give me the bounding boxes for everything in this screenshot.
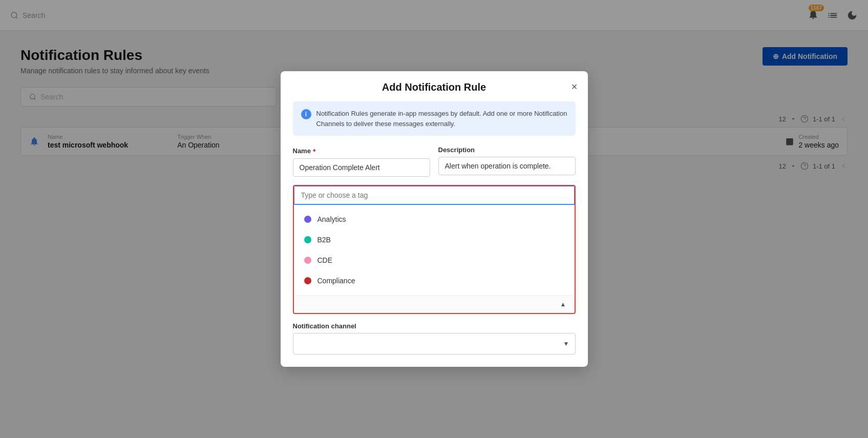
- tag-label: Analytics: [317, 215, 346, 223]
- name-group: Name •: [293, 146, 430, 177]
- tag-footer-collapse-icon[interactable]: ▲: [560, 301, 566, 308]
- channel-label: Notification channel: [293, 322, 576, 330]
- tag-list: AnalyticsB2BCDECompliance: [294, 205, 575, 295]
- tag-label: B2B: [317, 236, 331, 244]
- modal-body: i Notification Rules generate in-app mes…: [281, 93, 588, 367]
- add-notification-modal: Add Notification Rule × i Notification R…: [281, 71, 588, 367]
- tag-dropdown-container: AnalyticsB2BCDECompliance ▲: [293, 185, 576, 314]
- tag-item[interactable]: CDE: [294, 250, 575, 270]
- description-label-text: Description: [438, 146, 576, 154]
- description-group: Description: [438, 146, 576, 177]
- tag-item[interactable]: Compliance: [294, 270, 575, 291]
- modal-overlay: Add Notification Rule × i Notification R…: [0, 0, 868, 438]
- required-indicator: •: [313, 146, 316, 155]
- tag-label: Compliance: [317, 277, 355, 285]
- name-description-row: Name • Description: [293, 146, 576, 177]
- modal-close-button[interactable]: ×: [571, 81, 578, 92]
- tag-item[interactable]: B2B: [294, 230, 575, 250]
- tag-label: CDE: [317, 256, 333, 264]
- modal-title: Add Notification Rule: [382, 81, 486, 93]
- channel-select[interactable]: [293, 333, 576, 354]
- tag-color-dot: [304, 277, 311, 284]
- tag-color-dot: [304, 257, 311, 264]
- info-banner: i Notification Rules generate in-app mes…: [293, 101, 576, 136]
- name-input[interactable]: [293, 158, 430, 177]
- info-text: Notification Rules generate in-app messa…: [316, 109, 567, 129]
- name-label: Name •: [293, 146, 430, 155]
- background-page: Search 1167 Notification Rules Manage no…: [0, 0, 868, 438]
- tag-input[interactable]: [294, 186, 575, 205]
- info-icon: i: [301, 109, 311, 119]
- channel-select-wrapper: [293, 333, 576, 354]
- tag-footer: ▲: [294, 295, 575, 313]
- name-label-text: Name: [293, 147, 311, 155]
- modal-header: Add Notification Rule ×: [281, 71, 588, 93]
- tag-item[interactable]: Analytics: [294, 209, 575, 230]
- description-input[interactable]: [438, 157, 576, 175]
- tag-color-dot: [304, 236, 311, 243]
- tag-color-dot: [304, 216, 311, 223]
- tag-list-wrapper: AnalyticsB2BCDECompliance: [294, 205, 575, 295]
